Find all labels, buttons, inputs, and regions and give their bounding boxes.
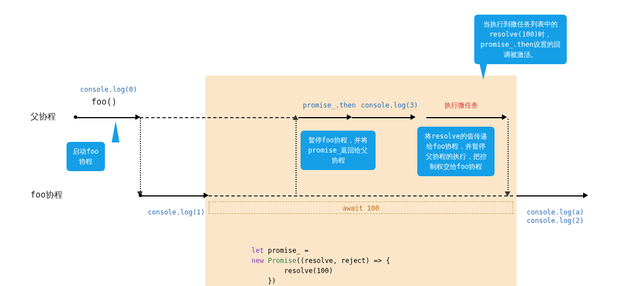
arrowhead-transition-down-2 [505,191,510,196]
arrow-parent-microtask [426,117,503,118]
code-console-log-a: console.log(a) [527,208,584,216]
dashed-parent-yield [140,117,295,118]
code-console-log-3: console.log(3) [361,101,418,109]
code-console-log-1: console.log(1) [148,208,205,216]
arrowhead-parent-promise-then [347,114,352,120]
arrow-foo-final [517,195,584,196]
parent-coroutine-label: 父协程 [30,111,56,122]
arrow-parent-promise-then [298,117,348,118]
arrowhead-parent-log3 [411,114,416,120]
callout-resolve-pass: 将resolve的值传递给foo协程，并暂停父协程的执行，把控制权交给foo协程 [417,127,495,176]
code-console-log-2: console.log(2) [527,217,584,225]
arrowhead-foo-final [583,193,588,198]
arrowhead-foo-seg1 [204,193,209,198]
foo-coroutine-label: foo协程 [30,190,63,200]
arrowhead-transition-up [293,115,298,120]
arrowhead-parent-microtask [502,114,507,120]
callout-start-pointer [112,121,120,142]
callout-pause-foo: 暂停foo协程，并将promise_返回给父协程 [301,131,376,170]
foo-call-label: foo() [91,97,117,107]
callout-start-foo: 启动foo协程 [67,142,105,171]
label-execute-microtask: 执行微任务 [444,101,478,110]
code-promise-then: promise_.then [303,101,356,109]
code-console-log-0: console.log(0) [80,86,137,93]
callout-top-pointer [479,63,487,80]
arrow-parent-log3 [352,117,412,118]
transition-parent-to-foo-2 [508,119,509,193]
promise-code-block: let promise_ = new Promise((resolve, rej… [252,235,390,286]
callout-microtask-resolve: 当执行到微任务列表中的resolve(100)时，promise_.then设置… [474,15,567,64]
dashed-foo-await [209,195,513,196]
transition-parent-to-foo-1 [140,118,141,194]
await-100-box: await 100 [209,202,513,214]
transition-foo-to-parent [295,118,297,194]
arrow-parent-seg1 [76,117,136,118]
arrow-foo-seg1 [140,195,205,196]
